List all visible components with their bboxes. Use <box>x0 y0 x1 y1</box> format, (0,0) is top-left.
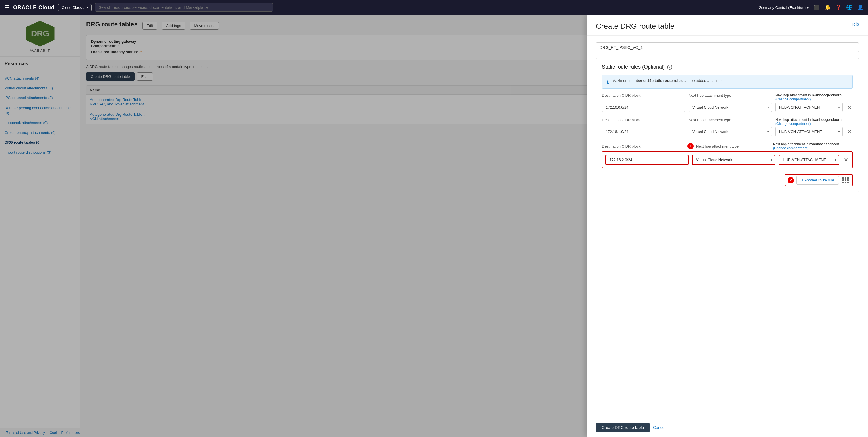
remove-rule-button-2[interactable]: ✕ <box>846 128 853 135</box>
step-badge-1: 1 <box>687 143 694 149</box>
remove-rule-button-3[interactable]: ✕ <box>843 156 849 164</box>
global-search-input[interactable] <box>95 3 273 12</box>
route-rule-1-fields: Virtual Cloud Network VPN Site-to-Site F… <box>602 102 853 112</box>
change-compartment-link-1[interactable]: (Change compartment) <box>775 97 811 101</box>
add-rule-highlighted-wrapper: 2 + Another route rule <box>785 174 853 186</box>
route-rule-1-labels: Destination CIDR block Next hop attachme… <box>602 93 853 101</box>
next-hop-type-select-2[interactable]: Virtual Cloud Network VPN Site-to-Site F… <box>689 127 772 136</box>
info-banner: ℹ Maximum number of 15 static route rule… <box>602 75 853 89</box>
route-rules-info-icon[interactable]: i <box>667 65 672 70</box>
modal-header: Create DRG route table Help <box>587 15 868 36</box>
next-hop-type-label-1: Next hop attachment type <box>689 93 772 101</box>
top-navigation: ☰ ORACLE Cloud Cloud Classic > Germany C… <box>0 0 868 15</box>
next-hop-attachment-label-3: Next hop attachment in iwanhoogendoorn (… <box>773 142 853 150</box>
create-drg-route-table-submit-button[interactable]: Create DRG route table <box>596 423 650 432</box>
info-banner-icon: ℹ <box>607 79 609 85</box>
drg-route-table-name-input[interactable] <box>596 42 859 52</box>
change-compartment-link-3[interactable]: (Change compartment) <box>773 146 808 150</box>
route-rule-row-2: Destination CIDR block Next hop attachme… <box>602 118 853 136</box>
nav-right-actions: Germany Central (Frankfurt) ▾ ⬛ 🔔 ❓ 🌐 👤 <box>759 4 863 11</box>
dest-cidr-input-1[interactable] <box>602 102 685 112</box>
help-icon[interactable]: ❓ <box>835 4 842 11</box>
next-hop-type-select-3[interactable]: Virtual Cloud Network VPN Site-to-Site F… <box>692 155 775 165</box>
change-compartment-link-2[interactable]: (Change compartment) <box>775 122 811 126</box>
dest-cidr-label-1: Destination CIDR block <box>602 93 685 101</box>
dest-cidr-label-2: Destination CIDR block <box>602 118 685 126</box>
add-route-rule-button[interactable]: + Another route rule <box>796 176 839 185</box>
next-hop-attachment-select-2[interactable]: HUB-VCN-ATTACHMENT <box>775 127 843 136</box>
add-rule-area: 2 + Another route rule <box>602 174 853 186</box>
modal-body: Static route rules (Optional) i ℹ Maximu… <box>587 36 868 418</box>
grid-menu-icon[interactable] <box>841 176 850 185</box>
next-hop-attachment-select-wrap-1: HUB-VCN-ATTACHMENT ▾ <box>775 102 843 112</box>
route-rule-row-3: Destination CIDR block 1 Next hop attach… <box>602 142 853 168</box>
dest-cidr-label-3: Destination CIDR block <box>602 144 685 149</box>
remove-rule-button-1[interactable]: ✕ <box>846 104 853 111</box>
route-rules-section-title: Static route rules (Optional) i <box>602 64 853 70</box>
next-hop-attachment-select-1[interactable]: HUB-VCN-ATTACHMENT <box>775 102 843 112</box>
modal-title: Create DRG route table <box>596 22 674 31</box>
next-hop-type-select-1[interactable]: Virtual Cloud Network VPN Site-to-Site F… <box>689 102 772 112</box>
cancel-button[interactable]: Cancel <box>653 425 665 430</box>
next-hop-type-label-3: 1 Next hop attachment type <box>687 143 771 149</box>
next-hop-attachment-label-1: Next hop attachment in iwanhoogendoorn (… <box>775 93 853 101</box>
dest-cidr-input-2[interactable] <box>602 127 685 136</box>
next-hop-type-label-2: Next hop attachment type <box>689 118 772 126</box>
step-badge-2: 2 <box>787 177 794 184</box>
language-icon[interactable]: 🌐 <box>846 4 852 11</box>
notifications-icon[interactable]: 🔔 <box>825 4 831 11</box>
next-hop-attachment-select-wrap-2: HUB-VCN-ATTACHMENT ▾ <box>775 127 843 136</box>
user-avatar-icon[interactable]: 👤 <box>857 4 863 11</box>
hamburger-menu-icon[interactable]: ☰ <box>5 4 10 11</box>
next-hop-type-select-wrap-3: Virtual Cloud Network VPN Site-to-Site F… <box>692 155 775 165</box>
create-drg-route-table-modal: Create DRG route table Help Static route… <box>587 15 868 437</box>
rule-3-header: Destination CIDR block 1 Next hop attach… <box>602 142 853 150</box>
oracle-logo: ORACLE Cloud <box>13 5 55 11</box>
cloud-classic-button[interactable]: Cloud Classic > <box>58 4 92 11</box>
name-form-field <box>596 42 859 52</box>
next-hop-type-select-wrap-1: Virtual Cloud Network VPN Site-to-Site F… <box>689 102 772 112</box>
modal-help-link[interactable]: Help <box>850 22 859 26</box>
route-rule-2-fields: Virtual Cloud Network VPN Site-to-Site F… <box>602 127 853 136</box>
next-hop-attachment-select-wrap-3: HUB-VCN-ATTACHMENT ▾ <box>779 155 839 165</box>
code-editor-icon[interactable]: ⬛ <box>813 4 820 11</box>
next-hop-attachment-select-3[interactable]: HUB-VCN-ATTACHMENT <box>779 155 839 165</box>
route-rule-row-1: Destination CIDR block Next hop attachme… <box>602 93 853 112</box>
route-rule-3-highlighted-fields: Virtual Cloud Network VPN Site-to-Site F… <box>602 151 853 168</box>
next-hop-type-select-wrap-2: Virtual Cloud Network VPN Site-to-Site F… <box>689 127 772 136</box>
info-banner-text: Maximum number of 15 static route rules … <box>612 79 722 83</box>
dest-cidr-input-3[interactable] <box>606 155 689 165</box>
route-rule-2-labels: Destination CIDR block Next hop attachme… <box>602 118 853 126</box>
static-route-rules-section: Static route rules (Optional) i ℹ Maximu… <box>596 58 859 192</box>
modal-footer: Create DRG route table Cancel <box>587 418 868 437</box>
region-selector[interactable]: Germany Central (Frankfurt) ▾ <box>759 5 809 10</box>
next-hop-attachment-label-2: Next hop attachment in iwanhoogendoorn (… <box>775 118 853 126</box>
